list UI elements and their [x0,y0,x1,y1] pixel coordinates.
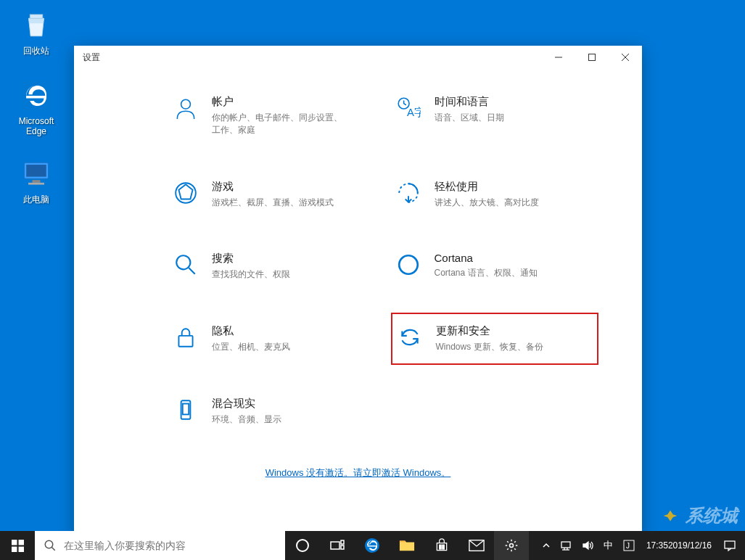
gaming-icon [173,180,199,206]
category-mixed-reality[interactable]: 混合现实环境、音频、显示 [168,392,376,430]
svg-point-10 [181,99,191,109]
taskbar-store[interactable] [424,531,459,560]
taskbar-edge[interactable] [355,531,390,560]
svg-rect-17 [178,336,192,347]
desktop-icon-this-pc[interactable]: 此电脑 [11,156,62,206]
category-accounts[interactable]: 帐户你的帐户、电子邮件、同步设置、工作、家庭 [168,91,376,141]
svg-rect-3 [26,165,46,177]
computer-icon [19,156,54,191]
cortana-button[interactable] [285,531,320,560]
desktop-icon-recycle-bin[interactable]: 回收站 [11,7,62,57]
svg-rect-22 [12,546,17,551]
svg-rect-43 [725,541,735,548]
settings-categories: 帐户你的帐户、电子邮件、同步设置、工作、家庭 A字 时间和语言语音、区域、日期 … [74,91,642,430]
search-icon [44,539,57,552]
search-icon [173,252,199,278]
svg-text:J: J [626,542,630,550]
svg-rect-4 [33,180,41,183]
taskbar-search[interactable] [35,531,285,560]
taskbar-settings[interactable] [494,531,529,560]
mixed-reality-icon [173,397,199,423]
tray-clock[interactable]: 17:35 2019/12/16 [641,531,717,560]
system-tray: 中 J 17:35 2019/12/16 [538,531,745,560]
time-language-icon: A字 [395,95,421,121]
recycle-bin-icon [19,7,54,42]
search-input[interactable] [64,540,276,551]
svg-rect-23 [18,546,23,551]
svg-rect-37 [561,542,570,548]
svg-rect-19 [183,403,189,414]
taskbar-file-explorer[interactable] [390,531,424,560]
svg-text:A字: A字 [406,107,420,118]
tray-overflow[interactable] [538,531,554,560]
svg-rect-33 [440,548,442,550]
tray-ime-mode-icon[interactable]: J [619,531,639,560]
svg-line-15 [189,268,195,275]
svg-rect-29 [341,545,344,549]
close-button[interactable] [609,46,642,69]
svg-rect-0 [30,15,43,18]
minimize-button[interactable] [542,46,575,69]
update-security-icon [397,324,423,350]
svg-rect-28 [341,540,344,544]
category-privacy[interactable]: 隐私位置、相机、麦克风 [168,320,376,358]
taskbar: 中 J 17:35 2019/12/16 [0,531,745,560]
ease-of-access-icon [395,180,421,206]
start-button[interactable] [0,531,35,560]
svg-rect-34 [443,548,445,550]
taskbar-mail[interactable] [459,531,494,560]
svg-rect-5 [28,183,44,185]
cortana-icon [395,252,421,278]
edge-icon [19,78,54,113]
tray-volume-icon[interactable] [577,531,598,560]
tray-network-icon[interactable] [556,531,576,560]
svg-point-13 [176,183,196,203]
category-ease-of-access[interactable]: 轻松使用讲述人、放大镜、高对比度 [391,176,599,213]
category-cortana[interactable]: CortanaCortana 语言、权限、通知 [391,247,599,285]
svg-point-24 [45,540,53,548]
svg-point-26 [297,540,308,551]
svg-rect-21 [18,540,23,545]
svg-rect-32 [443,545,445,547]
activation-link[interactable]: Windows 没有激活。请立即激活 Windows。 [74,466,642,479]
svg-line-25 [52,547,55,551]
window-title: 设置 [83,52,100,64]
category-time-language[interactable]: A字 时间和语言语音、区域、日期 [391,91,599,141]
svg-point-14 [176,256,190,270]
maximize-button[interactable] [575,46,609,69]
category-gaming[interactable]: 游戏游戏栏、截屏、直播、游戏模式 [168,176,376,213]
svg-point-16 [399,256,418,275]
tray-ime[interactable]: 中 [599,531,617,560]
watermark: 系统城 [659,504,738,527]
desktop-icon-edge[interactable]: Microsoft Edge [11,78,62,136]
task-view-button[interactable] [320,531,355,560]
privacy-icon [173,324,199,350]
titlebar: 设置 [74,46,642,69]
svg-rect-27 [331,542,339,549]
accounts-icon [173,95,199,121]
category-update-security[interactable]: 更新和安全Windows 更新、恢复、备份 [391,313,599,365]
action-center-button[interactable] [719,531,741,560]
category-search[interactable]: 搜索查找我的文件、权限 [168,247,376,285]
svg-rect-31 [440,545,442,547]
settings-window: 设置 帐户你的帐户、电子邮件、同步设置、工作、家庭 A字 时间和语言语音、区域、… [74,46,642,539]
svg-point-36 [510,544,514,548]
svg-rect-7 [589,54,596,61]
svg-rect-20 [12,540,17,545]
